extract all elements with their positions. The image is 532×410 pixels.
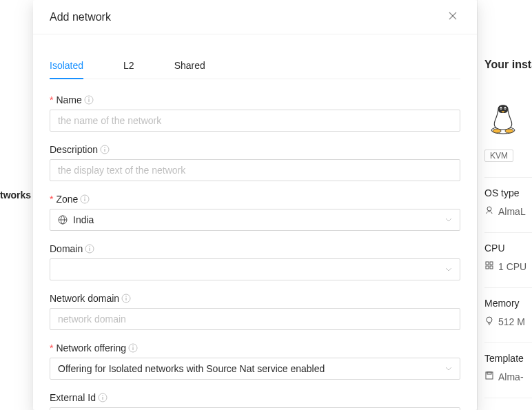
info-icon[interactable] — [85, 244, 94, 254]
memory-label: Memory — [484, 298, 532, 309]
svg-point-12 — [487, 317, 492, 322]
memory-value: 512 M — [498, 316, 525, 327]
hypervisor-badge: KVM — [484, 150, 513, 162]
info-icon[interactable] — [80, 194, 90, 204]
os-type-label: OS type — [484, 187, 532, 198]
network-offering-select[interactable]: Offering for Isolated networks with Sour… — [50, 358, 460, 380]
description-input[interactable] — [50, 159, 460, 181]
svg-rect-9 — [490, 262, 493, 265]
sidebar-nav-networks[interactable]: tworks — [0, 189, 31, 201]
network-domain-input[interactable] — [50, 308, 460, 330]
external-id-input[interactable] — [50, 407, 460, 410]
globe-icon — [58, 215, 68, 225]
bulb-icon — [484, 316, 494, 327]
required-asterisk: * — [50, 194, 53, 205]
svg-rect-10 — [486, 266, 489, 269]
svg-point-3 — [500, 108, 501, 109]
svg-rect-16 — [487, 372, 491, 374]
info-icon[interactable] — [98, 393, 108, 402]
svg-rect-11 — [490, 266, 493, 269]
domain-select[interactable] — [50, 258, 460, 280]
network-offering-value: Offering for Isolated networks with Sour… — [58, 362, 325, 376]
close-button[interactable] — [445, 8, 460, 25]
close-icon — [448, 11, 458, 21]
modal-title: Add network — [50, 11, 111, 23]
description-label: Description — [50, 144, 98, 155]
chevron-down-icon — [445, 362, 452, 376]
tab-l2[interactable]: L2 — [123, 53, 134, 79]
instance-details-panel: Your insta KVM OS type Alm — [477, 0, 532, 410]
svg-point-24 — [104, 147, 105, 148]
svg-point-21 — [88, 97, 90, 99]
template-value: Alma- — [498, 371, 524, 382]
required-asterisk: * — [50, 342, 53, 353]
svg-point-36 — [125, 296, 127, 297]
svg-point-39 — [132, 345, 134, 347]
svg-point-42 — [102, 395, 103, 396]
external-id-label: External Id — [50, 392, 96, 403]
add-network-modal: Add network Isolated L2 Shared * Name De — [33, 0, 477, 410]
name-label: Name — [56, 94, 81, 105]
tab-shared[interactable]: Shared — [174, 53, 205, 79]
cpu-value: 1 CPU — [498, 261, 526, 272]
cpu-icon — [484, 260, 494, 272]
name-input[interactable] — [50, 110, 460, 132]
svg-point-4 — [504, 108, 505, 109]
info-icon[interactable] — [100, 145, 110, 154]
os-type-value: AlmaL — [498, 206, 526, 217]
svg-point-6 — [505, 129, 513, 133]
network-domain-label: Network domain — [50, 293, 119, 304]
network-type-tabs: Isolated L2 Shared — [50, 52, 460, 79]
info-icon[interactable] — [84, 95, 94, 105]
svg-point-27 — [85, 196, 86, 198]
zone-label: Zone — [56, 194, 78, 205]
svg-point-7 — [487, 207, 491, 211]
tab-isolated[interactable]: Isolated — [50, 53, 83, 79]
svg-rect-8 — [486, 262, 489, 265]
cpu-label: CPU — [484, 243, 532, 254]
info-icon[interactable] — [121, 294, 131, 303]
domain-label: Domain — [50, 243, 83, 254]
chevron-down-icon — [445, 213, 452, 227]
instance-panel-title: Your insta — [484, 59, 532, 71]
template-label: Template — [484, 353, 532, 364]
required-asterisk: * — [50, 94, 53, 105]
linux-penguin-icon — [489, 102, 532, 137]
save-icon — [484, 371, 494, 382]
svg-point-33 — [89, 246, 90, 247]
info-icon[interactable] — [128, 343, 138, 353]
zone-value: India — [73, 213, 94, 227]
linux-icon — [484, 205, 494, 217]
network-offering-label: Network offering — [56, 342, 126, 353]
svg-point-5 — [493, 129, 501, 133]
chevron-down-icon — [445, 263, 452, 277]
zone-select[interactable]: India — [50, 209, 460, 231]
